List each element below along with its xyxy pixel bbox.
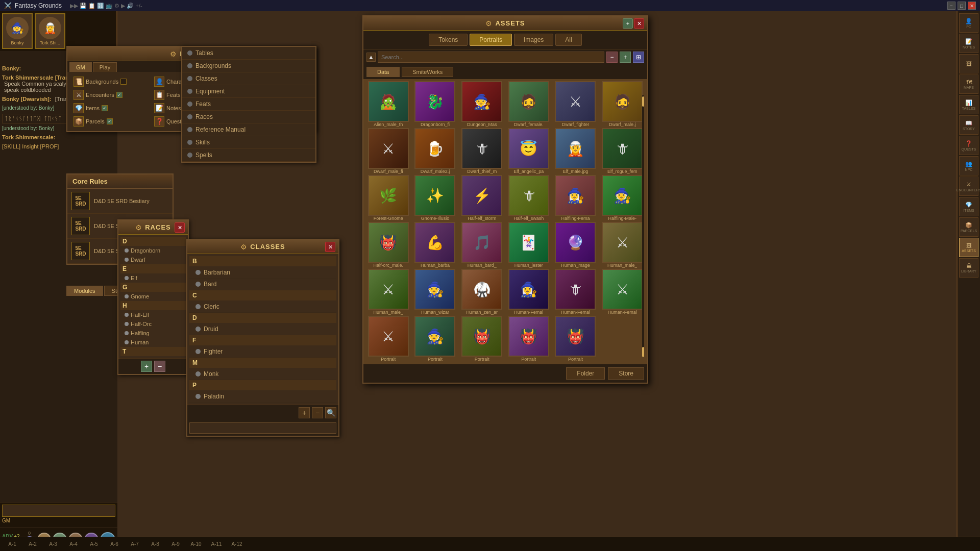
asset-human-barba[interactable]: 💪 Human_barba (412, 222, 458, 268)
class-fighter[interactable]: Fighter (189, 346, 336, 358)
sidebar-items-icon[interactable]: 💎 ITEMS (959, 197, 978, 216)
asset-human-zen[interactable]: 🥋 Human_zen_ar (459, 269, 505, 315)
asset-dungeon-master[interactable]: 🧙 Dungeon_Mas (459, 81, 505, 127)
srd-bestiary[interactable]: 5ESRD D&D 5E SRD Bestiary (67, 189, 173, 214)
remove-class-button[interactable]: − (312, 407, 323, 418)
lib-item-parcels[interactable]: 📦 Parcels ✓ (70, 115, 151, 128)
tab-images[interactable]: Images (514, 34, 553, 46)
class-monk[interactable]: Monk (189, 368, 336, 380)
race-gnome[interactable]: Gnome (120, 292, 186, 301)
assets-scrollbar-thumb-bottom[interactable] (642, 347, 644, 357)
char-portrait-tork[interactable]: 🧝 Tork Shi... (35, 13, 65, 49)
add-class-button[interactable]: + (299, 407, 310, 418)
asset-half-orc[interactable]: 👹 Half-orc_male. (365, 222, 411, 268)
asset-dwarf-male2[interactable]: 🍺 Dwarf_male2.j (412, 128, 458, 174)
sidebar-quests-icon[interactable]: ❓ QUESTS (959, 136, 978, 155)
class-druid[interactable]: Druid (189, 323, 336, 335)
asset-half-elf-storm[interactable]: ⚡ Half-elf_storm (459, 175, 505, 221)
lib-item-items[interactable]: 💎 Items ✓ (70, 102, 151, 115)
lib-item-encounters[interactable]: ⚔ Encounters ✓ (70, 88, 151, 102)
asset-human-male2[interactable]: ⚔ Human_male_ (365, 269, 411, 315)
maximize-button[interactable]: □ (958, 2, 966, 10)
asset-halfling-female[interactable]: 🧙‍♀ Halfling-Fema (553, 175, 599, 221)
close-button[interactable]: ✕ (968, 2, 976, 10)
assets-search-input[interactable] (378, 52, 604, 63)
asset-human-mage[interactable]: 🔮 Human_mage (553, 222, 599, 268)
lib-content-equipment[interactable]: Equipment (182, 85, 315, 98)
race-dwarf[interactable]: Dwarf (120, 255, 186, 264)
backgrounds-check[interactable] (120, 79, 127, 85)
asset-portrait-d[interactable]: 👹 Portrait (506, 316, 552, 362)
folder-button[interactable]: Folder (566, 367, 605, 380)
chat-input[interactable] (2, 505, 115, 517)
assets-close-button[interactable]: ✕ (634, 18, 644, 29)
tab-play[interactable]: Play (93, 62, 117, 72)
lib-content-backgrounds[interactable]: Backgrounds (182, 60, 315, 72)
asset-human-female2[interactable]: 🗡 Human-Femal (553, 269, 599, 315)
asset-gnome-illusio[interactable]: ✨ Gnome-Illusio (412, 175, 458, 221)
sidebar-pc-icon[interactable]: 👤 PC (959, 13, 978, 33)
sidebar-npc-icon[interactable]: 👥 NPC (959, 156, 978, 176)
asset-dwarf-thief[interactable]: 🗡 Dwarf_thief_m (459, 128, 505, 174)
lib-content-classes[interactable]: Classes (182, 72, 315, 85)
asset-human-male[interactable]: ⚔ Human_male_ (599, 222, 645, 268)
tab-tokens[interactable]: Tokens (429, 34, 468, 46)
asset-dragonborn[interactable]: 🐉 Dragonborn_fi (412, 81, 458, 127)
lib-item-backgrounds[interactable]: 📜 Backgrounds (70, 75, 151, 88)
minimize-button[interactable]: − (947, 2, 955, 10)
races-close-button[interactable]: ✕ (175, 222, 185, 233)
remove-race-button[interactable]: − (154, 361, 165, 372)
race-dragonborn[interactable]: Dragonborn (120, 246, 186, 255)
assets-scrollbar[interactable] (642, 95, 644, 357)
char-portrait-bonky[interactable]: 🧙 Bonky (2, 13, 33, 49)
asset-portrait-a[interactable]: ⚔ Portrait (365, 316, 411, 362)
asset-human-female3[interactable]: ⚔ Human-Femal (599, 269, 645, 315)
tab-modules[interactable]: Modules (66, 286, 103, 296)
lib-content-skills[interactable]: Skills (182, 136, 315, 149)
asset-human-bard[interactable]: 🎵 Human_bard_ (459, 222, 505, 268)
assets-minus-button[interactable]: − (606, 52, 618, 63)
asset-halfling-male[interactable]: 🧙 Halfling-Male- (599, 175, 645, 221)
class-bard[interactable]: Bard (189, 279, 336, 290)
asset-human-jester[interactable]: 🃏 Human_jester (506, 222, 552, 268)
asset-elf-rogue[interactable]: 🗡 Elf_rogue_fem (599, 128, 645, 174)
class-paladin[interactable]: Paladin (189, 391, 336, 403)
tab-gm[interactable]: GM (69, 62, 92, 72)
asset-portrait-c[interactable]: 👹 Portrait (459, 316, 505, 362)
race-half-orc[interactable]: Half-Orc (120, 319, 186, 329)
assets-plus-button[interactable]: + (620, 52, 631, 63)
lib-content-tables[interactable]: Tables (182, 47, 315, 60)
sidebar-parcels-icon[interactable]: 📦 PARCELS (959, 217, 978, 237)
sidebar-tables-icon[interactable]: 📊 TABLES (959, 95, 978, 114)
asset-elf-male[interactable]: 🧝 Elf_male.jpg (553, 128, 599, 174)
tab-data[interactable]: Data (366, 67, 400, 77)
sidebar-story-icon[interactable]: 📖 STORY (959, 115, 978, 135)
asset-alien-male[interactable]: 🧟 Alien_male_th (365, 81, 411, 127)
lib-content-feats[interactable]: Feats (182, 98, 315, 111)
class-search-input[interactable] (189, 422, 336, 434)
store-button[interactable]: Store (608, 367, 644, 380)
class-cleric[interactable]: Cleric (189, 301, 336, 313)
race-human[interactable]: Human (120, 338, 186, 347)
assets-scrollbar-thumb[interactable] (642, 96, 644, 107)
asset-dwarf-male-fi[interactable]: ⚔ Dwarf_male_fi (365, 128, 411, 174)
assets-expand-button[interactable]: + (623, 18, 633, 29)
parcels-check[interactable]: ✓ (107, 118, 113, 124)
asset-human-wizard[interactable]: 🧙 Human_wizar (412, 269, 458, 315)
lib-content-reference[interactable]: Reference Manual (182, 123, 315, 136)
asset-dwarf-female[interactable]: 🧔 Dwarf_female. (506, 81, 552, 127)
sidebar-library-icon[interactable]: 🏛 LIBRARY (959, 258, 978, 278)
asset-human-female1[interactable]: 🧙‍♀ Human-Femal (506, 269, 552, 315)
sidebar-encounters-icon[interactable]: ⚔ ENCOUNTERS (959, 177, 978, 196)
sidebar-images-icon[interactable]: 🖼 (959, 54, 978, 73)
encounters-check[interactable]: ✓ (116, 92, 122, 98)
add-race-button[interactable]: + (141, 361, 152, 372)
asset-half-elf-swash[interactable]: 🗡 Half-elf_swash (506, 175, 552, 221)
class-barbarian[interactable]: Barbarian (189, 267, 336, 279)
race-half-elf[interactable]: Half-Elf (120, 310, 186, 319)
tab-portraits[interactable]: Portraits (470, 34, 512, 46)
tab-smiteworks[interactable]: SmiteWorks (402, 67, 453, 77)
classes-close-button[interactable]: ✕ (325, 242, 335, 252)
asset-forest-gnome[interactable]: 🌿 Forest-Gnome (365, 175, 411, 221)
sidebar-assets-icon[interactable]: 🖼 ASSETS (959, 238, 978, 257)
